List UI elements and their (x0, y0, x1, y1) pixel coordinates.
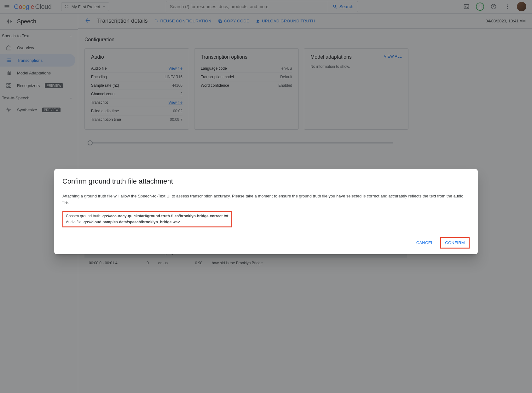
cancel-button[interactable]: CANCEL (413, 237, 437, 249)
dialog-title: Confirm ground truth file attachment (62, 177, 470, 185)
audio-file-path: gs://cloud-samples-data/speech/brooklyn_… (84, 220, 180, 224)
audio-file-label: Audio file: (66, 220, 84, 224)
dialog-description: Attaching a ground truth file will allow… (62, 193, 470, 205)
modal-overlay[interactable]: Confirm ground truth file attachment Att… (0, 0, 532, 393)
confirm-button[interactable]: CONFIRM (440, 237, 470, 249)
file-paths-highlight: Chosen ground truth: gs://accuracy-quick… (62, 211, 232, 227)
chosen-ground-truth-path: gs://accuracy-quickstart/ground-truth-fi… (102, 214, 228, 218)
confirm-dialog: Confirm ground truth file attachment Att… (54, 169, 478, 254)
chosen-ground-truth-label: Chosen ground truth: (66, 214, 102, 218)
